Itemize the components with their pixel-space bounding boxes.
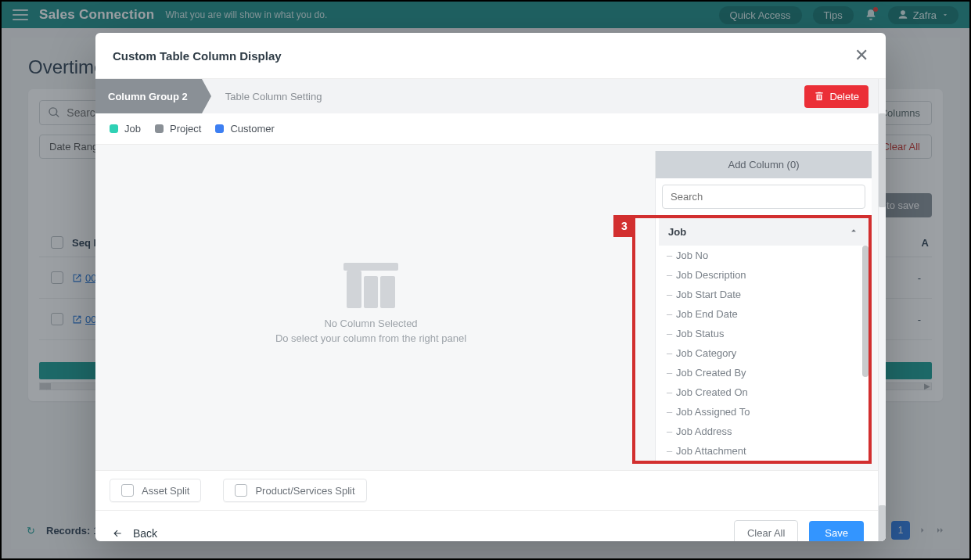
trash-icon xyxy=(814,91,825,102)
chevron-up-icon xyxy=(848,225,859,239)
arrow-left-icon xyxy=(110,528,125,539)
column-option[interactable]: Job Attachment xyxy=(659,441,869,461)
product-split-checkbox[interactable] xyxy=(235,484,247,497)
modal-title: Custom Table Column Display xyxy=(113,49,282,63)
column-list-scrollbar[interactable] xyxy=(862,246,869,377)
asset-split-checkbox[interactable] xyxy=(121,484,134,497)
column-option[interactable]: Job Address xyxy=(659,422,869,441)
legend-customer: Customer xyxy=(215,123,274,135)
empty-title: No Column Selected xyxy=(324,318,417,329)
column-option[interactable]: Job Description xyxy=(659,265,869,285)
close-button[interactable]: ✕ xyxy=(854,45,869,66)
legend-project: Project xyxy=(155,123,201,135)
legend-job: Job xyxy=(110,123,141,135)
modal-clear-all-button[interactable]: Clear All xyxy=(734,520,798,541)
column-option[interactable]: Job Category xyxy=(659,343,869,363)
save-button[interactable]: Save xyxy=(809,521,864,541)
column-option[interactable]: Job No xyxy=(659,246,869,265)
empty-state: No Column Selected Do select your column… xyxy=(95,145,656,470)
crumb-table-column-setting[interactable]: Table Column Setting xyxy=(225,91,322,102)
modal-scrollbar[interactable] xyxy=(878,79,886,541)
asset-split-toggle[interactable]: Asset Split xyxy=(110,479,201,502)
breadcrumb: Column Group 2 Table Column Setting Dele… xyxy=(95,79,878,113)
crumb-column-group[interactable]: Column Group 2 xyxy=(95,79,202,113)
delete-button[interactable]: Delete xyxy=(804,85,869,108)
custom-table-column-modal: Custom Table Column Display ✕ Column Gro… xyxy=(95,33,886,541)
back-button[interactable]: Back xyxy=(110,527,157,540)
columns-placeholder-icon xyxy=(347,271,395,308)
column-search-input[interactable] xyxy=(662,185,865,209)
column-option[interactable]: Job Created On xyxy=(659,382,869,402)
add-column-header: Add Column (0) xyxy=(656,151,872,178)
empty-subtitle: Do select your column from the right pan… xyxy=(275,332,466,344)
column-option[interactable]: Job Status xyxy=(659,324,869,343)
legend-row: Job Project Customer xyxy=(95,113,878,145)
close-icon: ✕ xyxy=(854,45,869,65)
column-option[interactable]: Job Assigned To xyxy=(659,402,869,422)
column-group-job[interactable]: Job xyxy=(659,218,869,246)
column-option[interactable]: Job Start Date xyxy=(659,285,869,304)
product-split-toggle[interactable]: Product/Services Split xyxy=(223,479,366,502)
callout-badge: 3 xyxy=(613,215,635,237)
column-option[interactable]: Job End Date xyxy=(659,304,869,324)
column-list: Job NoJob DescriptionJob Start DateJob E… xyxy=(659,246,869,461)
column-option[interactable]: Job Created By xyxy=(659,363,869,382)
